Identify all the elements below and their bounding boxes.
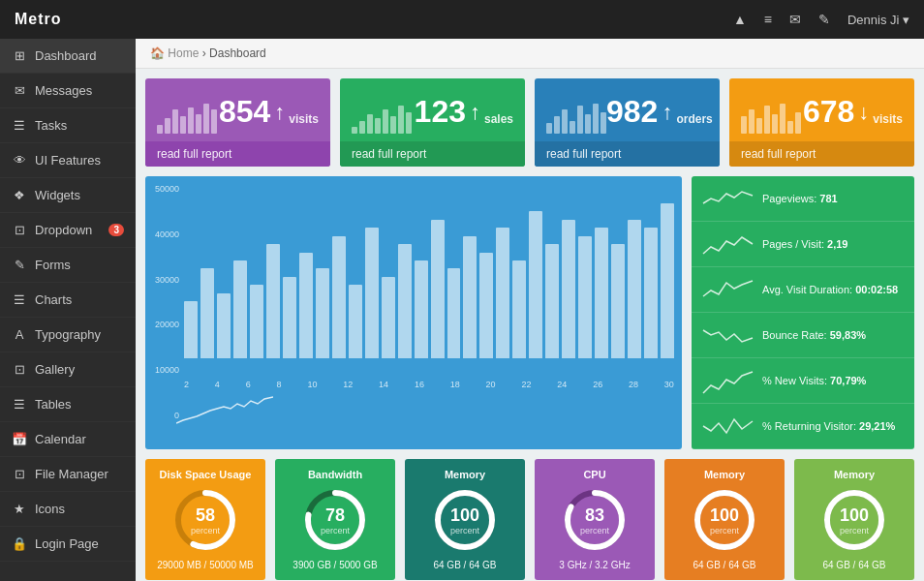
sidebar-label-charts: Charts bbox=[35, 292, 124, 307]
bar bbox=[359, 121, 365, 135]
chart-bar bbox=[611, 244, 625, 358]
bar bbox=[188, 107, 194, 134]
sidebar-item-typography[interactable]: Α Typography bbox=[0, 318, 136, 352]
tasks-icon: ☰ bbox=[12, 118, 27, 133]
stats-panel-item-bounce-rate: Bounce Rate: 59,83% bbox=[692, 313, 914, 358]
stat-bounce-rate-label: Bounce Rate: bbox=[762, 329, 830, 341]
chart-bar bbox=[463, 236, 477, 358]
sidebar-item-dropdown[interactable]: ⊡ Dropdown 3 bbox=[0, 213, 136, 248]
icons-icon: ★ bbox=[12, 502, 27, 516]
sidebar-item-ui-features[interactable]: 👁 UI Features bbox=[0, 143, 136, 178]
sidebar-item-tables[interactable]: ☰ Tables bbox=[0, 387, 136, 422]
stat-unit-visits2: visits bbox=[873, 112, 903, 126]
gauge-circle-memory2: 100 percent bbox=[691, 486, 758, 554]
breadcrumb-home-link[interactable]: Home bbox=[168, 46, 199, 60]
bar bbox=[554, 116, 560, 134]
bar bbox=[756, 118, 762, 134]
chart-bar bbox=[661, 203, 674, 358]
stat-card-top-orders: 982 ↑ orders bbox=[535, 78, 720, 141]
bar bbox=[398, 106, 404, 134]
breadcrumb-current: Dashboard bbox=[209, 46, 266, 60]
sidebar-item-calendar[interactable]: 📅 Calendar bbox=[0, 422, 136, 457]
bar bbox=[406, 112, 412, 135]
mini-chart-new-visits bbox=[701, 366, 755, 395]
stat-number-visits2: 678 ↓ visits bbox=[803, 94, 903, 130]
chart-line-svg bbox=[176, 389, 273, 428]
stat-arrow-visits: ↑ bbox=[274, 100, 285, 125]
sidebar-item-messages[interactable]: ✉ Messages bbox=[0, 74, 136, 108]
chart-bar bbox=[578, 236, 592, 358]
sidebar-item-icons[interactable]: ★ Icons bbox=[0, 492, 136, 527]
gauge-disk-space: Disk Space Usage 58 percent 29000 MB / 5… bbox=[145, 459, 265, 580]
sidebar-item-gallery[interactable]: ⊡ Gallery bbox=[0, 352, 136, 387]
chart-bar bbox=[299, 253, 313, 358]
stat-returning-label: % Returning Visitor: bbox=[762, 420, 859, 432]
alert-icon[interactable]: ▲ bbox=[733, 12, 747, 27]
sidebar-item-file-manager[interactable]: ⊡ File Manager bbox=[0, 457, 136, 492]
ui-features-icon: 👁 bbox=[12, 153, 27, 168]
gauge-memory2: Memory 100 percent 64 GB / 64 GB bbox=[664, 459, 785, 580]
stat-arrow-visits2: ↓ bbox=[858, 100, 869, 125]
charts-icon: ☰ bbox=[12, 292, 27, 307]
breadcrumb-home-icon: 🏠 bbox=[150, 46, 165, 60]
stat-link-orders[interactable]: read full report bbox=[535, 141, 720, 167]
sidebar-item-login[interactable]: 🔒 Login Page bbox=[0, 527, 136, 562]
gauge-percent-bandwidth: 78 bbox=[321, 505, 350, 526]
gauge-subtitle-cpu: 3 GHz / 3.2 GHz bbox=[559, 560, 630, 570]
user-menu[interactable]: Dennis Ji ▾ bbox=[847, 13, 909, 27]
settings-icon[interactable]: ✎ bbox=[818, 12, 830, 27]
menu-icon[interactable]: ≡ bbox=[764, 12, 772, 27]
gauge-circle-memory3: 100 percent bbox=[820, 486, 888, 554]
dropdown-icon: ⊡ bbox=[12, 223, 27, 237]
login-icon: 🔒 bbox=[12, 536, 27, 551]
stat-link-visits[interactable]: read full report bbox=[145, 141, 330, 167]
gauge-subtitle-memory1: 64 GB / 64 GB bbox=[433, 560, 496, 570]
stat-card-orders: 982 ↑ orders read full report bbox=[535, 78, 720, 167]
gauge-cpu: CPU 83 percent 3 GHz / 3.2 GHz bbox=[535, 459, 655, 580]
main-layout: ⊞ Dashboard ✉ Messages ☰ Tasks 👁 UI Feat… bbox=[0, 39, 924, 581]
stat-card-top-visits: 854 ↑ visits bbox=[145, 78, 330, 141]
chart-bar bbox=[512, 260, 526, 358]
chart-bars bbox=[184, 184, 674, 358]
bar bbox=[787, 121, 793, 135]
mini-chart-pages-visit bbox=[701, 229, 755, 259]
gauge-percent-memory2: 100 bbox=[710, 505, 739, 526]
stat-link-visits2[interactable]: read full report bbox=[729, 141, 914, 167]
stats-panel-item-pages-visit: Pages / Visit: 2,19 bbox=[692, 222, 914, 267]
bar bbox=[593, 104, 599, 135]
gauge-subtitle-disk: 29000 MB / 50000 MB bbox=[157, 560, 254, 570]
sidebar-item-widgets[interactable]: ❖ Widgets bbox=[0, 178, 136, 213]
stat-returning-value: 29,21% bbox=[859, 420, 895, 432]
gauge-bandwidth: Bandwidth 78 percent 3900 GB / 5000 GB bbox=[275, 459, 395, 580]
stat-link-sales[interactable]: read full report bbox=[340, 141, 525, 167]
sidebar-item-forms[interactable]: ✎ Forms bbox=[0, 248, 136, 283]
chart-bar bbox=[529, 211, 542, 358]
bar bbox=[196, 114, 201, 134]
bar bbox=[375, 118, 381, 134]
sidebar-item-dashboard[interactable]: ⊞ Dashboard bbox=[0, 39, 136, 74]
gauge-circle-memory1: 100 percent bbox=[431, 486, 499, 554]
chart-bar bbox=[283, 277, 296, 358]
sidebar-label-icons: Icons bbox=[35, 502, 124, 516]
stat-pages-visit-label: Pages / Visit: bbox=[762, 238, 827, 250]
chart-bar bbox=[562, 220, 575, 358]
analytics-panel: Pageviews: 781 Pages / Visit: 2,19 bbox=[692, 176, 914, 449]
stat-card-visits2: 678 ↓ visits read full report bbox=[729, 78, 914, 167]
sidebar-item-charts[interactable]: ☰ Charts bbox=[0, 283, 136, 318]
stat-unit-visits: visits bbox=[289, 112, 319, 126]
stat-pageviews-value: 781 bbox=[819, 193, 837, 204]
mail-icon[interactable]: ✉ bbox=[789, 12, 801, 27]
sidebar-item-tasks[interactable]: ☰ Tasks bbox=[0, 108, 136, 143]
stat-unit-sales: sales bbox=[484, 112, 513, 126]
stat-bars-orders bbox=[546, 90, 606, 134]
chart-bar bbox=[233, 260, 247, 358]
chart-bar bbox=[217, 293, 231, 358]
bar bbox=[211, 109, 217, 134]
stats-row: 854 ↑ visits read full report bbox=[136, 69, 924, 176]
chart-bar bbox=[316, 268, 329, 358]
widgets-icon: ❖ bbox=[12, 188, 27, 202]
mini-chart-bounce-rate bbox=[701, 321, 755, 350]
sidebar-label-dashboard: Dashboard bbox=[35, 48, 124, 63]
chart-bar bbox=[595, 228, 608, 358]
chart-bar bbox=[349, 285, 362, 358]
